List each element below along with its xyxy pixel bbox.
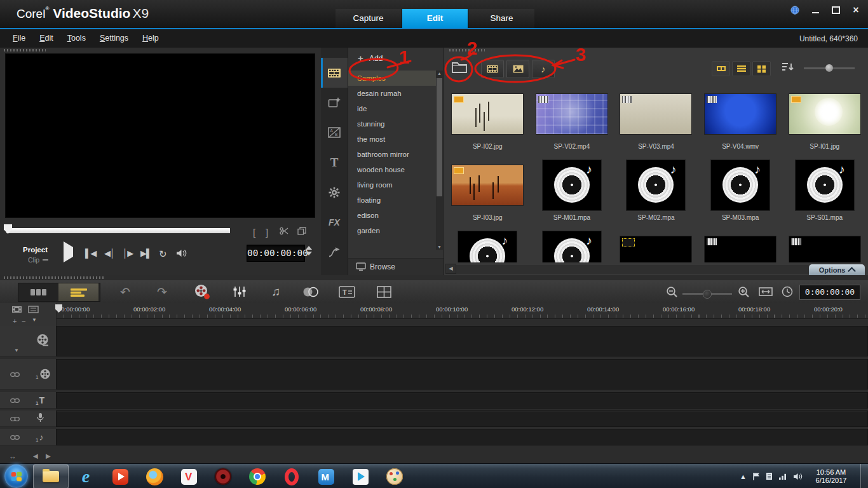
music-track-header[interactable]: 1♪ (0, 429, 57, 445)
transition-icon[interactable]: AB (321, 118, 348, 147)
media-item[interactable] (614, 229, 698, 262)
video-track-header[interactable]: ▼ (0, 326, 57, 356)
taskbar-chrome[interactable] (240, 465, 275, 488)
network-icon[interactable] (778, 473, 787, 480)
thumbnail-disc[interactable]: ♪ (458, 231, 517, 263)
sound-mixer-icon[interactable] (230, 283, 249, 300)
mark-in-icon[interactable]: [ (253, 227, 255, 238)
folder-item-stunning[interactable]: stunning (348, 116, 436, 132)
media-item-SP-I01.jpg[interactable]: SP-I01.jpg (782, 87, 867, 158)
previous-frame-button[interactable]: ◀│ (104, 248, 114, 258)
storyboard-view-icon[interactable] (18, 283, 58, 301)
close-button[interactable]: × (851, 6, 860, 15)
taskbar-paint[interactable] (377, 465, 412, 488)
instant-project-icon[interactable] (321, 88, 348, 118)
page-icon[interactable] (766, 472, 773, 480)
split-clip-icon[interactable] (280, 226, 289, 237)
media-item-SP-V03.mp4[interactable]: SP-V03.mp4 (614, 87, 698, 158)
taskbar-firefox[interactable] (137, 465, 172, 488)
browse-button[interactable]: Browse (348, 258, 444, 275)
media-item-SP-S01.mpa[interactable]: ♪SP-S01.mpa (782, 158, 867, 229)
thumbnail-SP-S01.mpa[interactable]: ♪ (796, 160, 854, 210)
panel-grip[interactable] (4, 276, 105, 279)
minimize-button[interactable] (811, 6, 820, 15)
filter-video-icon[interactable] (481, 60, 504, 78)
link-icon[interactable] (10, 369, 20, 380)
zoom-slider-knob[interactable] (825, 64, 833, 72)
timecode-spinner[interactable] (306, 246, 312, 255)
panel-grip[interactable] (449, 49, 485, 51)
menu-file[interactable]: File (13, 34, 25, 43)
folder-item-garden[interactable]: garden (348, 223, 436, 238)
taskbar-disc[interactable] (206, 465, 240, 488)
sort-icon[interactable] (782, 62, 794, 76)
media-icon[interactable] (321, 58, 348, 88)
panel-grip[interactable] (4, 49, 46, 51)
volume-icon[interactable] (793, 473, 803, 480)
undo-icon[interactable]: ↶ (116, 283, 135, 300)
folder-item-Samples[interactable]: Samples (348, 71, 436, 86)
title-track-body[interactable] (56, 392, 868, 409)
ripple-edit-icon[interactable] (28, 305, 39, 316)
show-desktop-button[interactable] (860, 464, 868, 488)
media-item-SP-M03.mpa[interactable]: ♪SP-M03.mpa (698, 158, 783, 229)
timeline-zoom-knob[interactable] (703, 290, 712, 299)
motion-path-icon[interactable] (321, 237, 348, 267)
remove-track-icon[interactable]: − (22, 317, 25, 325)
play-button[interactable] (64, 247, 73, 257)
project-mode-label[interactable]: Project (23, 246, 48, 254)
tab-edit[interactable]: Edit (402, 9, 468, 28)
tab-share[interactable]: Share (469, 9, 534, 28)
thumbnail-SP-M02.mpa[interactable]: ♪ (627, 160, 685, 210)
options-button[interactable]: Options (809, 264, 865, 275)
media-item[interactable]: ♪ (445, 229, 530, 262)
thumbnail-SP-V03.mp4[interactable] (620, 94, 691, 134)
thumbnail-SP-V02.mp4[interactable] (536, 94, 607, 134)
thumbnail-disc[interactable]: ♪ (543, 231, 601, 263)
media-item-SP-V04.wmv[interactable]: SP-V04.wmv (698, 87, 783, 158)
folder-item-edison[interactable]: edison (348, 208, 436, 223)
filter-fx-icon[interactable]: FX (321, 207, 348, 237)
tab-capture[interactable]: Capture (336, 9, 401, 28)
record-capture-icon[interactable] (193, 283, 212, 300)
taskbar-explorer[interactable] (33, 464, 69, 488)
menu-settings[interactable]: Settings (100, 34, 128, 43)
media-item-SP-V02.mp4[interactable]: SP-V02.mp4 (530, 87, 614, 158)
title-track-header[interactable]: 1T (0, 392, 57, 409)
clip-mode-label[interactable]: Clip (28, 256, 48, 264)
zoom-out-icon[interactable] (662, 283, 681, 300)
track-options-chevron-icon[interactable]: ▼ (32, 317, 37, 323)
folder-item-wooden-house[interactable]: wooden house (348, 162, 436, 177)
zoom-in-icon[interactable] (734, 283, 753, 300)
filter-audio-icon[interactable]: ♪ (532, 60, 555, 78)
view-list-icon[interactable] (732, 61, 750, 76)
timeline-scroll-left-icon[interactable]: ◀ (33, 452, 38, 459)
thumbnail-SP-M03.mpa[interactable]: ♪ (711, 160, 770, 210)
taskbar-maxthon[interactable] (309, 465, 343, 488)
next-frame-button[interactable]: │▶ (123, 248, 133, 258)
maximize-button[interactable] (831, 6, 840, 15)
start-button[interactable] (4, 464, 28, 488)
link-icon[interactable] (10, 431, 20, 443)
link-icon[interactable] (10, 395, 20, 406)
folder-item-desain-rumah[interactable]: desain rumah (348, 86, 436, 101)
auto-music-icon[interactable]: ♫ (266, 283, 285, 300)
filter-photo-icon[interactable] (506, 60, 529, 78)
thumbnail-black[interactable] (789, 236, 860, 263)
thumbnail-SP-M01.mpa[interactable]: ♪ (543, 160, 601, 210)
taskbar-clock[interactable]: 10:56 AM 6/16/2017 (808, 468, 854, 485)
home-button[interactable]: ▌◀ (85, 248, 96, 258)
folder-item-living-room[interactable]: living room (348, 177, 436, 193)
mark-out-icon[interactable]: ] (266, 227, 268, 238)
menu-help[interactable]: Help (142, 34, 159, 43)
action-center-flag-icon[interactable] (752, 472, 760, 480)
fit-project-icon[interactable] (756, 283, 775, 300)
subtitle-editor-icon[interactable]: T (337, 283, 356, 300)
repeat-button[interactable]: ↻ (159, 248, 167, 260)
folder-item-the-most[interactable]: the most (348, 132, 436, 147)
track-manager-icon[interactable] (11, 305, 22, 316)
timeline-ruler[interactable]: 00:00:00:0000:00:02:0000:00:04:0000:00:0… (0, 303, 868, 319)
taskbar-vivaldi[interactable] (172, 465, 206, 488)
title-icon[interactable]: T (321, 147, 348, 177)
thumbnail-black[interactable] (705, 236, 776, 263)
